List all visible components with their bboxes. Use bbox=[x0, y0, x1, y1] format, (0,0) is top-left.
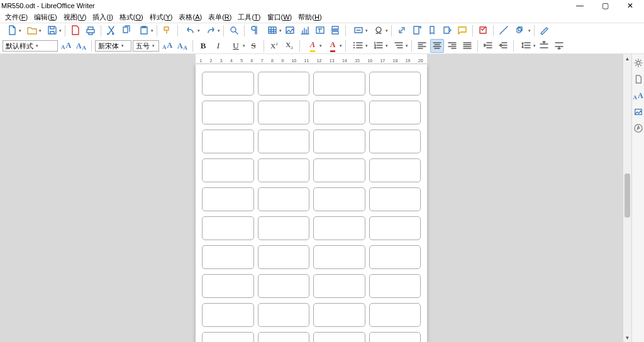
align-justify-button[interactable] bbox=[460, 39, 474, 53]
print-button[interactable] bbox=[84, 24, 97, 38]
align-left-button[interactable] bbox=[415, 39, 429, 53]
numbering-button[interactable]: ▾ bbox=[369, 39, 388, 53]
superscript-button[interactable]: X2 bbox=[267, 39, 281, 53]
window-maximize-button[interactable]: ▢ bbox=[592, 0, 618, 11]
insert-bookmark-button[interactable] bbox=[425, 24, 439, 38]
label-cell[interactable] bbox=[313, 216, 365, 240]
open-button[interactable]: ▾ bbox=[23, 24, 42, 38]
indent-inc-button[interactable] bbox=[481, 39, 495, 53]
label-cell[interactable] bbox=[313, 303, 365, 327]
label-cell[interactable] bbox=[258, 187, 310, 211]
page[interactable] bbox=[196, 64, 427, 342]
menu-h[interactable]: 帮助(H) bbox=[296, 12, 324, 23]
label-cell[interactable] bbox=[369, 303, 421, 327]
label-cell[interactable] bbox=[369, 274, 421, 298]
label-cell[interactable] bbox=[369, 72, 421, 96]
italic-button[interactable]: I bbox=[211, 39, 225, 53]
copy-button[interactable] bbox=[119, 24, 133, 38]
label-cell[interactable] bbox=[202, 303, 254, 327]
label-cell[interactable] bbox=[258, 101, 310, 124]
menu-y[interactable]: 样式(Y) bbox=[147, 12, 175, 23]
redo-button[interactable]: ▾ bbox=[201, 24, 220, 38]
scroll-up-arrow[interactable]: ▲ bbox=[623, 54, 631, 63]
label-cell[interactable] bbox=[369, 187, 421, 211]
label-cell[interactable] bbox=[313, 101, 365, 124]
label-cell[interactable] bbox=[313, 130, 365, 153]
menu-w[interactable]: 窗口(W) bbox=[265, 12, 295, 23]
label-cell[interactable] bbox=[369, 158, 421, 182]
style-update-button[interactable]: AA bbox=[59, 39, 73, 53]
label-cell[interactable] bbox=[369, 245, 421, 269]
para-spacing-inc-button[interactable] bbox=[537, 39, 551, 53]
label-cell[interactable] bbox=[313, 332, 365, 342]
indent-dec-button[interactable] bbox=[496, 39, 510, 53]
label-cell[interactable] bbox=[369, 332, 421, 342]
window-close-button[interactable]: ✕ bbox=[618, 0, 643, 11]
insert-image-button[interactable] bbox=[283, 24, 297, 38]
label-cell[interactable] bbox=[369, 101, 421, 124]
track-changes-button[interactable] bbox=[476, 24, 490, 38]
shrink-font-button[interactable]: AA bbox=[175, 39, 189, 53]
align-center-button[interactable] bbox=[430, 39, 444, 53]
label-cell[interactable] bbox=[258, 130, 310, 153]
label-cell[interactable] bbox=[369, 216, 421, 240]
menu-r[interactable]: 表单(R) bbox=[206, 12, 234, 23]
window-minimize-button[interactable]: — bbox=[567, 0, 592, 11]
label-cell[interactable] bbox=[313, 274, 365, 298]
menu-e[interactable]: 编辑(E) bbox=[31, 12, 60, 23]
insert-hyperlink-button[interactable] bbox=[395, 24, 409, 38]
label-cell[interactable] bbox=[202, 187, 254, 211]
styles-panel-button[interactable]: AA bbox=[633, 91, 644, 102]
highlight-button[interactable]: A▾ bbox=[303, 39, 322, 53]
label-cell[interactable] bbox=[258, 303, 310, 327]
find-button[interactable] bbox=[227, 24, 241, 38]
scroll-down-arrow[interactable]: ▼ bbox=[623, 333, 631, 342]
bullets-button[interactable]: ▾ bbox=[349, 39, 368, 53]
label-cell[interactable] bbox=[313, 72, 365, 96]
strike-button[interactable]: S bbox=[247, 39, 260, 53]
cut-button[interactable] bbox=[104, 24, 118, 38]
label-cell[interactable] bbox=[258, 274, 310, 298]
label-cell[interactable] bbox=[258, 245, 310, 269]
grow-font-button[interactable]: AA bbox=[160, 39, 174, 53]
label-cell[interactable] bbox=[202, 216, 254, 240]
new-doc-button[interactable]: ▾ bbox=[3, 24, 21, 38]
menu-a[interactable]: 表格(A) bbox=[176, 12, 204, 23]
label-cell[interactable] bbox=[258, 216, 310, 240]
line-button[interactable] bbox=[497, 24, 511, 38]
font-name-combo[interactable]: 新宋体▾ bbox=[95, 40, 131, 52]
document-scroll-viewport[interactable] bbox=[0, 64, 623, 342]
paste-button[interactable]: ▾ bbox=[135, 24, 153, 38]
insert-special-char-button[interactable]: ▾ bbox=[369, 24, 388, 38]
align-right-button[interactable] bbox=[445, 39, 459, 53]
label-cell[interactable] bbox=[202, 158, 254, 182]
underline-button[interactable]: U▾ bbox=[226, 39, 245, 53]
undo-button[interactable]: ▾ bbox=[181, 24, 200, 38]
label-cell[interactable] bbox=[258, 158, 310, 182]
label-cell[interactable] bbox=[202, 130, 254, 153]
save-button[interactable]: ▾ bbox=[43, 24, 62, 38]
label-cell[interactable] bbox=[202, 101, 254, 124]
subscript-button[interactable]: X2 bbox=[282, 39, 296, 53]
vertical-scrollbar[interactable]: ▲ ▼ bbox=[623, 54, 631, 342]
basic-shapes-button[interactable]: ▾ bbox=[512, 24, 531, 38]
menu-i[interactable]: 插入(I) bbox=[90, 12, 115, 23]
scroll-thumb[interactable] bbox=[625, 174, 630, 218]
outline-button[interactable]: ▾ bbox=[389, 39, 408, 53]
paragraph-style-combo[interactable]: 默认样式▾ bbox=[3, 40, 58, 52]
label-cell[interactable] bbox=[313, 187, 365, 211]
menu-o[interactable]: 格式(O) bbox=[117, 12, 146, 23]
style-new-button[interactable]: AA bbox=[74, 39, 88, 53]
insert-chart-button[interactable] bbox=[298, 24, 312, 38]
insert-cross-ref-button[interactable] bbox=[440, 24, 454, 38]
horizontal-ruler[interactable]: 1234567891011121314151617181920 bbox=[196, 54, 427, 64]
line-spacing-button[interactable]: ▾ bbox=[517, 39, 536, 53]
para-spacing-dec-button[interactable] bbox=[552, 39, 566, 53]
insert-field-button[interactable]: ▾ bbox=[349, 24, 368, 38]
insert-comment-button[interactable] bbox=[455, 24, 469, 38]
label-cell[interactable] bbox=[313, 158, 365, 182]
label-cell[interactable] bbox=[202, 245, 254, 269]
page-panel-button[interactable] bbox=[633, 74, 644, 86]
show-draw-button[interactable] bbox=[538, 24, 552, 38]
label-cell[interactable] bbox=[258, 332, 310, 342]
